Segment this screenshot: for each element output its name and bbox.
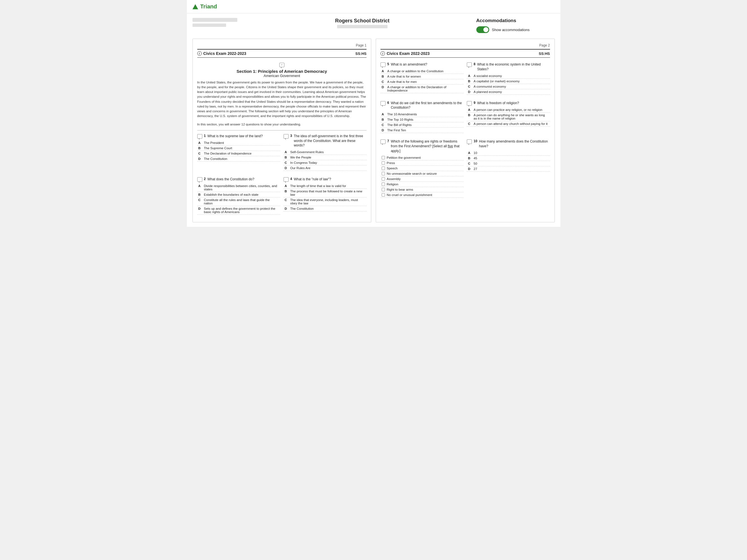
q1-header: 1 What is the supreme law of the land? [197, 134, 280, 139]
q7-option-7[interactable]: Right to bear arms [381, 187, 463, 192]
q7-option-4[interactable]: No unreasonable search or seizure [381, 171, 463, 177]
question-4: 4 What is the "rule of law"? A The lengt… [284, 177, 366, 215]
q6-text: What do we call the first ten amendments… [391, 101, 464, 110]
q9-answer-c: C A person can attend any church without… [467, 121, 550, 127]
q2-answer-b: B Establish the boundaries of each state [197, 192, 280, 197]
q5-answer-d: D A change or addition to the Declaratio… [381, 85, 463, 93]
district-sub-placeholder [337, 25, 387, 28]
q1-answer-a: A The President [197, 140, 280, 145]
section-comment-icon: ≡ [279, 63, 284, 67]
q4-text: What is the "rule of law"? [294, 177, 331, 182]
top-bar: Triand [187, 0, 560, 14]
q7-option-6[interactable]: Religion [381, 182, 463, 187]
question-9: 9 What is freedom of religion? A A perso… [467, 101, 550, 133]
exam-title-row-1: i Civics Exam 2022-2023 SS:HS [197, 49, 367, 58]
q10-text: How many amendments does the Constitutio… [479, 139, 550, 149]
q7-checkbox-2[interactable] [382, 161, 385, 165]
q5-answer-c: C A rule that is for men [381, 79, 463, 85]
q7-header: 7 Which of the following are rights or f… [381, 139, 463, 153]
q7-checkbox-8[interactable] [382, 193, 385, 196]
q10-answer-b: B 45 [467, 156, 550, 161]
q7-comment-icon [381, 139, 386, 144]
page-2-label: Page 2 [539, 44, 550, 47]
q3-num: 3 [290, 134, 292, 138]
q8-answer-d: D A planned economy [467, 89, 550, 95]
q10-header: 10 How many amendments does the Constitu… [467, 139, 550, 149]
district-info: Rogers School District [260, 18, 465, 28]
page-1: Page 1 i Civics Exam 2022-2023 SS:HS ≡ S… [192, 38, 371, 222]
question-1: 1 What is the supreme law of the land? A… [197, 134, 280, 171]
q2-answer-c: C Constitute all the rules and laws that… [197, 197, 280, 206]
q5-comment-icon [381, 62, 386, 67]
question-8: 8 What is the economic system in the Uni… [467, 62, 550, 95]
q7-option-1[interactable]: Petition the government [381, 155, 463, 160]
q3-answer-b: B We the People [284, 155, 366, 160]
q1-num: 1 [204, 134, 206, 138]
q7-option-8[interactable]: No cruel or unusual punishment [381, 192, 463, 198]
accommodations-section: Accommodations Show accommodations [476, 18, 555, 33]
q7-option-5[interactable]: Assembly [381, 177, 463, 182]
q9-answer-b: B A person can do anything he or she wan… [467, 112, 550, 121]
q2-comment-icon [197, 177, 202, 182]
q5-text: What is an amendment? [391, 62, 427, 67]
section-title: Section 1: Principles of American Democr… [197, 69, 367, 74]
pages-container: Page 1 i Civics Exam 2022-2023 SS:HS ≡ S… [192, 38, 555, 222]
q8-text: What is the economic system in the Unite… [477, 62, 550, 72]
q6-answer-b: B The Top 10 Rights [381, 117, 463, 122]
q1-answers: A The President B The Supreme Court C Th… [197, 140, 280, 162]
q7-checkbox-7[interactable] [382, 188, 385, 191]
q7-num: 7 [387, 139, 389, 143]
passage-text: In the United States, the government get… [197, 80, 367, 119]
info-icon-1: i [197, 51, 202, 56]
q8-header: 8 What is the economic system in the Uni… [467, 62, 550, 72]
q7-text: Which of the following are rights or fre… [391, 139, 464, 153]
q7-option-3[interactable]: Speech [381, 166, 463, 171]
q7-option-2[interactable]: Press [381, 160, 463, 166]
main-content: Rogers School District Accommodations Sh… [187, 14, 560, 227]
q10-answers: A 10 B 45 C 50 [467, 150, 550, 171]
q4-answer-d: D The Constitution [284, 206, 366, 211]
q7-checkbox-6[interactable] [382, 183, 385, 186]
q6-answer-d: D The First Ten [381, 128, 463, 133]
accommodations-label: Show accommodations [492, 28, 530, 32]
q2-header: 2 What does the Constitution do? [197, 177, 280, 182]
q2-answer-a: A Divide responsibilities between cities… [197, 183, 280, 192]
q9-num: 9 [473, 101, 475, 105]
page-2-header: Page 2 [381, 44, 550, 47]
q10-comment-icon [467, 139, 472, 144]
q2-text: What does the Constitution do? [207, 177, 254, 182]
q2-answers: A Divide responsibilities between cities… [197, 183, 280, 215]
district-name: Rogers School District [260, 18, 465, 24]
q8-comment-icon [467, 62, 472, 67]
q5-answer-a: A A change or addition to the Constituti… [381, 69, 463, 74]
q10-answer-c: C 50 [467, 161, 550, 166]
q8-answer-a: A A socialist economy [467, 73, 550, 79]
section-heading: ≡ Section 1: Principles of American Demo… [197, 62, 367, 78]
p2-questions-grid: 5 What is an amendment? A A change or ad… [381, 62, 550, 201]
q5-header: 5 What is an amendment? [381, 62, 463, 67]
header-row: Rogers School District Accommodations Sh… [192, 18, 555, 33]
questions-grid-1: 1 What is the supreme law of the land? A… [197, 134, 367, 218]
q1-answer-c: C The Declaration of Independence [197, 151, 280, 156]
q1-text: What is the supreme law of the land? [207, 134, 262, 139]
toggle-row: Show accommodations [476, 26, 555, 33]
q8-num: 8 [473, 62, 475, 66]
info-icon-2: i [381, 51, 385, 56]
logo: Triand [192, 3, 217, 10]
exam-title-2: i Civics Exam 2022-2023 [381, 51, 430, 56]
question-7: 7 Which of the following are rights or f… [381, 139, 463, 197]
q9-comment-icon [467, 101, 472, 106]
q7-checkbox-1[interactable] [382, 156, 385, 159]
q7-checkbox-4[interactable] [382, 172, 385, 175]
q4-answer-c: C The idea that everyone, including lead… [284, 197, 366, 206]
accommodations-toggle[interactable] [476, 26, 489, 33]
page-1-header: Page 1 [197, 44, 367, 47]
q4-answer-b: B The process that must be followed to c… [284, 189, 366, 197]
question-3: 3 The idea of self-government is in the … [284, 134, 366, 171]
q6-answers: A The 10 Amendments B The Top 10 Rights … [381, 112, 463, 133]
q6-answer-a: A The 10 Amendments [381, 112, 463, 117]
q7-checkbox-5[interactable] [382, 177, 385, 181]
q7-checkbox-3[interactable] [382, 167, 385, 170]
q5-answers: A A change or addition to the Constituti… [381, 69, 463, 93]
q8-answers: A A socialist economy B A capitalist (or… [467, 73, 550, 95]
